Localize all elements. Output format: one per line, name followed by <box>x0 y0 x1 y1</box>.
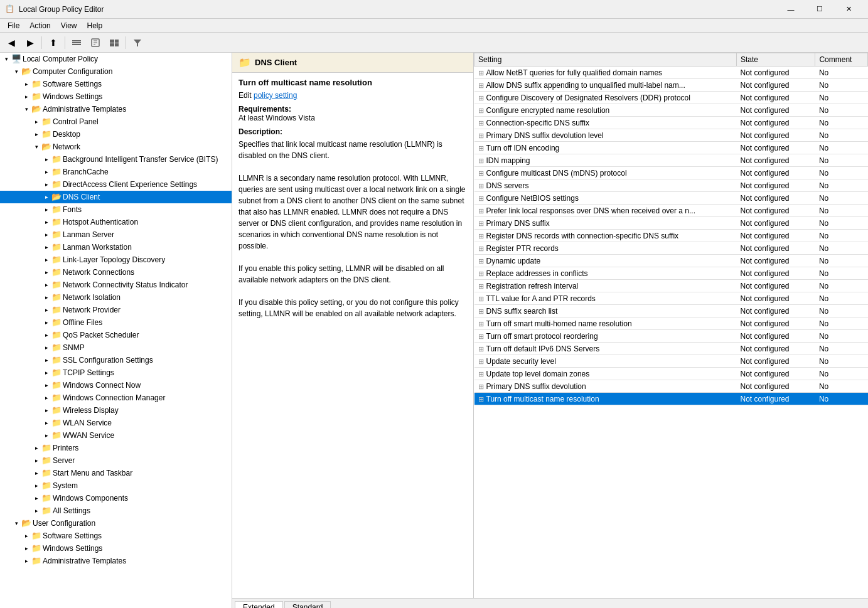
table-row[interactable]: ⊞TTL value for A and PTR recordsNot conf… <box>474 292 868 305</box>
table-row[interactable]: ⊞Allow NetBT queries for fully qualified… <box>474 67 868 79</box>
table-row[interactable]: ⊞Registration refresh intervalNot config… <box>474 280 868 292</box>
tree-expand-snmp[interactable]: ▸ <box>41 343 51 353</box>
table-row[interactable]: ⊞Replace addresses in conflictsNot confi… <box>474 267 868 280</box>
tree-expand-system[interactable]: ▸ <box>31 481 41 491</box>
tree-expand-administrative-templates[interactable]: ▾ <box>21 104 31 114</box>
menu-file[interactable]: File <box>3 20 24 31</box>
tree-expand-offline-files[interactable]: ▸ <box>41 317 51 328</box>
tree-item-network-connectivity[interactable]: ▸📁Network Connectivity Status Indicator <box>0 279 232 291</box>
table-row[interactable]: ⊞IDN mappingNot configuredNo <box>474 154 868 167</box>
close-button[interactable]: ✕ <box>834 0 863 19</box>
tree-expand-qos[interactable]: ▸ <box>41 330 51 340</box>
col-state[interactable]: State <box>737 53 815 67</box>
show-hide-button[interactable] <box>68 35 85 50</box>
tree-item-link-layer[interactable]: ▸📁Link-Layer Topology Discovery <box>0 253 232 266</box>
tree-expand-software-settings[interactable]: ▸ <box>21 79 31 89</box>
table-row[interactable]: ⊞DNS suffix search listNot configuredNo <box>474 305 868 317</box>
tree-item-network-isolation[interactable]: ▸📁Network Isolation <box>0 291 232 304</box>
table-row[interactable]: ⊞Update top level domain zonesNot config… <box>474 368 868 380</box>
tree-expand-wwan[interactable]: ▸ <box>41 430 51 440</box>
tree-expand-fonts[interactable]: ▸ <box>41 205 51 215</box>
tree-item-network-provider[interactable]: ▸📁Network Provider <box>0 304 232 316</box>
tree-expand-user-admin[interactable]: ▸ <box>21 556 31 566</box>
tree-item-control-panel[interactable]: ▸📁Control Panel <box>0 115 232 128</box>
tree-item-qos[interactable]: ▸📁QoS Packet Scheduler <box>0 329 232 341</box>
tree-expand-directaccess[interactable]: ▸ <box>41 179 51 189</box>
tree-item-wwan[interactable]: ▸📁WWAN Service <box>0 429 232 442</box>
tree-item-start-menu[interactable]: ▸📁Start Menu and Taskbar <box>0 467 232 479</box>
tree-expand-server[interactable]: ▸ <box>31 456 41 466</box>
maximize-button[interactable]: ☐ <box>805 0 834 19</box>
tree-expand-user-configuration[interactable]: ▾ <box>11 518 21 528</box>
menu-help[interactable]: Help <box>82 20 108 31</box>
policy-setting-link[interactable]: policy setting <box>254 91 297 100</box>
tree-item-user-configuration[interactable]: ▾📂User Configuration <box>0 517 232 530</box>
tree-item-system[interactable]: ▸📁System <box>0 479 232 492</box>
tree-expand-link-layer[interactable]: ▸ <box>41 255 51 265</box>
tree-expand-computer-configuration[interactable]: ▾ <box>11 67 21 77</box>
tree-expand-bits[interactable]: ▸ <box>41 154 51 164</box>
tree-expand-wlan[interactable]: ▸ <box>41 418 51 428</box>
table-row[interactable]: ⊞Allow DNS suffix appending to unqualifi… <box>474 79 868 92</box>
tree-item-dns-client[interactable]: ▸📂DNS Client <box>0 191 232 203</box>
tree-expand-network[interactable]: ▾ <box>31 142 41 152</box>
table-row[interactable]: ⊞Turn off smart protocol reorderingNot c… <box>474 330 868 343</box>
table-row[interactable]: ⊞Configure Discovery of Designated Resol… <box>474 92 868 104</box>
tree-item-snmp[interactable]: ▸📁SNMP <box>0 341 232 354</box>
tree-item-tcpip[interactable]: ▸📁TCPIP Settings <box>0 366 232 379</box>
tree-expand-control-panel[interactable]: ▸ <box>31 117 41 127</box>
tree-item-desktop[interactable]: ▸📁Desktop <box>0 128 232 141</box>
tree-item-windows-connection-manager[interactable]: ▸📁Windows Connection Manager <box>0 392 232 404</box>
table-row[interactable]: ⊞Register DNS records with connection-sp… <box>474 230 868 242</box>
tree-item-computer-configuration[interactable]: ▾📂Computer Configuration <box>0 65 232 78</box>
tree-item-printers[interactable]: ▸📁Printers <box>0 442 232 454</box>
minimize-button[interactable]: — <box>776 0 805 19</box>
properties-button[interactable] <box>87 35 104 50</box>
table-row[interactable]: ⊞Register PTR recordsNot configuredNo <box>474 242 868 255</box>
menu-view[interactable]: View <box>56 20 82 31</box>
table-row[interactable]: ⊞Configure encrypted name resolutionNot … <box>474 104 868 117</box>
table-row[interactable]: ⊞Primary DNS suffix devolutionNot config… <box>474 380 868 393</box>
table-row[interactable]: ⊞Turn off multicast name resolutionNot c… <box>474 393 868 405</box>
table-row[interactable]: ⊞Primary DNS suffixNot configuredNo <box>474 217 868 230</box>
table-row[interactable]: ⊞DNS serversNot configuredNo <box>474 179 868 192</box>
tree-expand-desktop[interactable]: ▸ <box>31 129 41 139</box>
tree-item-user-software[interactable]: ▸📁Software Settings <box>0 530 232 542</box>
table-row[interactable]: ⊞Turn off IDN encodingNot configuredNo <box>474 142 868 154</box>
tree-expand-windows-components[interactable]: ▸ <box>31 493 41 503</box>
table-row[interactable]: ⊞Prefer link local responses over DNS wh… <box>474 205 868 217</box>
col-comment[interactable]: Comment <box>815 53 868 67</box>
tree-expand-lanman-workstation[interactable]: ▸ <box>41 242 51 252</box>
filter-button[interactable] <box>129 35 146 50</box>
forward-button[interactable]: ▶ <box>21 35 39 50</box>
up-button[interactable]: ⬆ <box>45 35 62 50</box>
table-row[interactable]: ⊞Connection-specific DNS suffixNot confi… <box>474 117 868 129</box>
tree-item-server[interactable]: ▸📁Server <box>0 454 232 467</box>
table-row[interactable]: ⊞Dynamic updateNot configuredNo <box>474 255 868 267</box>
tree-item-branchcache[interactable]: ▸📁BranchCache <box>0 166 232 178</box>
tree-item-hotspot[interactable]: ▸📁Hotspot Authentication <box>0 216 232 228</box>
tree-expand-branchcache[interactable]: ▸ <box>41 167 51 177</box>
tree-expand-windows-connection-manager[interactable]: ▸ <box>41 393 51 403</box>
tree-item-lanman-server[interactable]: ▸📁Lanman Server <box>0 228 232 241</box>
tree-expand-hotspot[interactable]: ▸ <box>41 217 51 227</box>
tree-item-user-admin[interactable]: ▸📁Administrative Templates <box>0 555 232 567</box>
tree-expand-printers[interactable]: ▸ <box>31 443 41 453</box>
view-button[interactable] <box>105 35 123 50</box>
tree-item-network-connections[interactable]: ▸📁Network Connections <box>0 266 232 279</box>
tree-expand-lanman-server[interactable]: ▸ <box>41 230 51 240</box>
tree-expand-user-windows[interactable]: ▸ <box>21 543 31 553</box>
tree-item-ssl[interactable]: ▸📁SSL Configuration Settings <box>0 354 232 366</box>
tree-item-software-settings[interactable]: ▸📁Software Settings <box>0 78 232 90</box>
tree-expand-user-software[interactable]: ▸ <box>21 531 31 541</box>
tree-expand-tcpip[interactable]: ▸ <box>41 368 51 378</box>
tree-expand-wireless-display[interactable]: ▸ <box>41 405 51 415</box>
tree-item-lanman-workstation[interactable]: ▸📁Lanman Workstation <box>0 241 232 253</box>
tree-expand-start-menu[interactable]: ▸ <box>31 468 41 478</box>
tree-item-local-computer-policy[interactable]: ▾🖥️Local Computer Policy <box>0 53 232 65</box>
tree-expand-network-connectivity[interactable]: ▸ <box>41 280 51 290</box>
tree-item-offline-files[interactable]: ▸📁Offline Files <box>0 316 232 329</box>
back-button[interactable]: ◀ <box>3 35 20 50</box>
tree-item-user-windows[interactable]: ▸📁Windows Settings <box>0 542 232 555</box>
tree-expand-windows-connect-now[interactable]: ▸ <box>41 380 51 390</box>
